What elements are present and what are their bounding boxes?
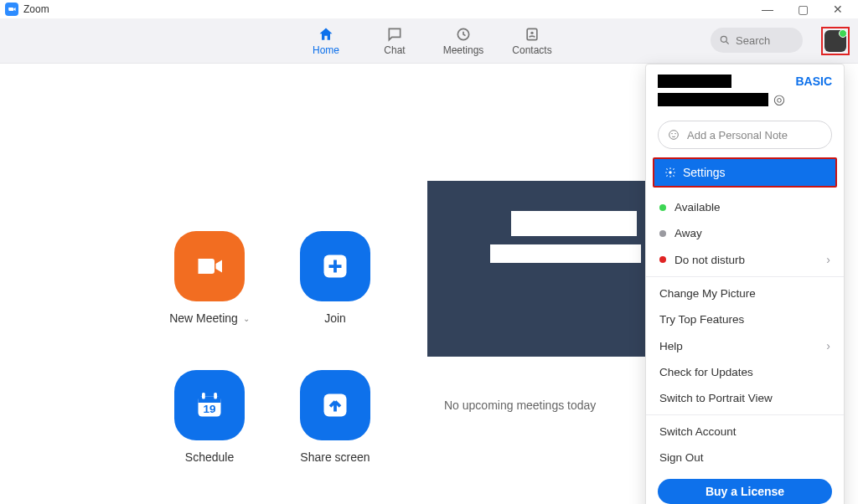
profile-avatar[interactable] (824, 30, 846, 52)
search-box[interactable]: Search (711, 28, 803, 53)
status-away-label: Away (675, 227, 702, 239)
chevron-down-icon[interactable]: ⌄ (243, 314, 250, 323)
menu-change-picture[interactable]: Change My Picture (646, 280, 844, 306)
license-badge: BASIC (795, 75, 832, 88)
menu-settings[interactable]: Settings (653, 157, 837, 188)
buy-license-label: Buy a License (706, 485, 784, 498)
close-button[interactable]: ✕ (828, 1, 848, 18)
status-dnd-label: Do not disturb (675, 254, 745, 266)
svg-rect-8 (214, 393, 217, 399)
nav-meetings[interactable]: Meetings (442, 26, 484, 56)
status-dot-grey (659, 230, 666, 237)
nav-chat[interactable]: Chat (374, 26, 416, 56)
nav-contacts-label: Contacts (512, 44, 551, 56)
tile-schedule[interactable]: 19 Schedule (151, 370, 268, 464)
chevron-right-icon: › (826, 253, 830, 266)
action-tiles: New Meeting ⌄ Join 19 Schedule Share scr… (151, 231, 394, 464)
status-dnd[interactable]: Do not disturb › (646, 246, 844, 273)
nav-meetings-label: Meetings (443, 44, 484, 56)
settings-highlight: Settings (651, 157, 839, 188)
tile-join-label: Join (324, 311, 346, 325)
svg-point-11 (669, 131, 679, 140)
menu-sign-out[interactable]: Sign Out (646, 445, 844, 471)
personal-note-input[interactable]: Add a Personal Note (658, 121, 832, 149)
redacted-email (658, 93, 768, 106)
tile-join[interactable]: Join (277, 231, 394, 325)
search-placeholder: Search (736, 34, 770, 47)
clock-icon (455, 26, 472, 43)
svg-text:19: 19 (203, 403, 215, 415)
status-available[interactable]: Available (646, 194, 844, 220)
redacted-name (658, 75, 731, 88)
status-away[interactable]: Away (646, 220, 844, 246)
separator (646, 276, 844, 277)
status-dot-red (659, 256, 666, 263)
status-available-label: Available (675, 201, 721, 213)
nav-contacts[interactable]: Contacts (511, 26, 553, 56)
no-upcoming-text: No upcoming meetings today (444, 399, 596, 412)
menu-portrait-view[interactable]: Switch to Portrait View (646, 385, 844, 411)
search-icon (719, 34, 731, 46)
menu-try-top-features[interactable]: Try Top Features (646, 306, 844, 332)
minimize-button[interactable]: — (757, 1, 778, 18)
window-controls: — ▢ ✕ (757, 1, 853, 18)
svg-rect-7 (202, 393, 205, 399)
content-area: New Meeting ⌄ Join 19 Schedule Share scr… (0, 64, 858, 502)
redacted-block (490, 244, 641, 263)
chevron-right-icon: › (826, 339, 830, 352)
chat-icon (386, 26, 403, 43)
menu-help[interactable]: Help › (646, 332, 844, 359)
tile-schedule-label: Schedule (185, 450, 234, 464)
buy-license-button[interactable]: Buy a License (658, 479, 832, 504)
contacts-icon (524, 26, 540, 43)
video-icon (174, 231, 245, 301)
window-title: Zoom (23, 3, 49, 15)
nav-chat-label: Chat (384, 44, 405, 56)
svg-point-13 (675, 133, 676, 134)
titlebar: Zoom — ▢ ✕ (0, 0, 858, 18)
menu-check-updates[interactable]: Check for Updates (646, 359, 844, 385)
tile-new-meeting[interactable]: New Meeting ⌄ (151, 231, 268, 325)
nav-home[interactable]: Home (305, 26, 347, 56)
calendar-icon: 19 (174, 370, 245, 440)
nav-tabs: Home Chat Meetings Contacts (305, 26, 553, 56)
gear-icon (664, 167, 676, 178)
svg-point-2 (530, 31, 533, 33)
profile-header: ◎ BASIC (646, 64, 844, 112)
nav-home-label: Home (313, 44, 339, 56)
maximize-button[interactable]: ▢ (793, 1, 813, 18)
redacted-block (511, 211, 637, 236)
tile-share-screen[interactable]: Share screen (277, 370, 394, 464)
smiley-icon (667, 128, 680, 141)
plus-icon (300, 231, 370, 301)
personal-note-placeholder: Add a Personal Note (687, 129, 788, 141)
profile-menu: ◎ BASIC Add a Personal Note Settings Ava… (645, 64, 845, 504)
svg-point-12 (672, 133, 673, 134)
svg-point-14 (669, 171, 672, 174)
svg-point-3 (721, 36, 726, 42)
tile-new-meeting-label: New Meeting (169, 311, 238, 325)
svg-rect-6 (199, 397, 221, 404)
menu-switch-account[interactable]: Switch Account (646, 419, 844, 445)
menu-help-label: Help (659, 340, 683, 352)
main-toolbar: Home Chat Meetings Contacts Search (0, 18, 858, 64)
share-icon (300, 370, 370, 440)
zoom-app-icon (5, 3, 18, 16)
home-icon (318, 26, 334, 43)
separator (646, 414, 844, 415)
status-dot-green (659, 204, 666, 211)
menu-settings-label: Settings (683, 166, 726, 179)
upcoming-panel (427, 181, 645, 357)
eye-icon[interactable]: ◎ (773, 91, 785, 107)
avatar-highlight (821, 27, 850, 55)
tile-share-label: Share screen (300, 450, 370, 464)
